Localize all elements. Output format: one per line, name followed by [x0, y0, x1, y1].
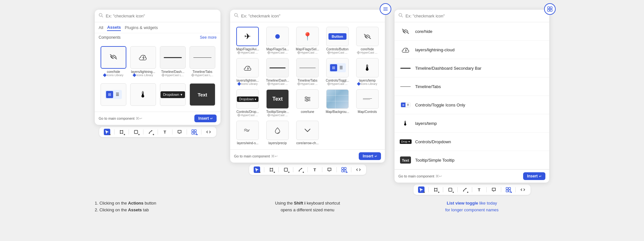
frame-tool[interactable] — [433, 186, 439, 193]
list-item-core-hide[interactable]: core/hide — [395, 22, 549, 41]
comp-controls-button[interactable]: Button Controls/Button HyperCast ... — [322, 25, 352, 56]
comp-preview: 🌡 — [356, 58, 379, 77]
code-tool[interactable] — [355, 166, 362, 173]
component-tool[interactable] — [191, 129, 197, 135]
list-item-timeline-dash[interactable]: Timeline/Dashboard Secondary Bar — [395, 59, 549, 77]
comp-name: layers/wind-s... — [234, 141, 261, 145]
tool-divider — [428, 187, 429, 192]
component-toggle[interactable]: ⊞ ☰ — [99, 81, 128, 109]
comp-layers-temp[interactable]: 🌡 layers/temp Icons Library — [352, 56, 382, 87]
component-tool[interactable] — [341, 166, 347, 173]
wind-icon — [244, 127, 251, 134]
cursor-tool[interactable] — [104, 129, 110, 135]
comp-core-hide[interactable]: core/hide HyperCast ... — [352, 25, 382, 56]
speech-tool[interactable] — [176, 129, 183, 135]
list-item-name: Timeline/Dashboard Secondary Bar — [415, 66, 481, 71]
comp-core-arrow[interactable]: core/arrow-ch... — [293, 119, 323, 147]
comp-preview: Dropdown ▾ — [236, 89, 259, 109]
comp-name: Map/Flags/Sel... — [294, 47, 321, 51]
comp-map-backgrou[interactable]: Map/Backgrou... — [322, 87, 352, 119]
list-item-layers-temp[interactable]: 🌡 layers/temp — [395, 114, 549, 133]
text-tool[interactable]: T — [476, 186, 483, 193]
comp-tooltip-simple[interactable]: Text Tooltip/Simple... HyperCast ... — [263, 87, 293, 119]
comp-timeline-tabs[interactable]: Timeline/Tabs HyperCast ... — [293, 56, 323, 87]
toolbar-1: T — [99, 127, 216, 137]
comp-map-flags-sel[interactable]: 📍 Map/Flags/Sel... HyperCast ... — [293, 25, 323, 56]
text-tool-label: T — [164, 130, 166, 135]
comp-source: HyperCast ... — [327, 82, 348, 85]
line-thin-icon — [193, 57, 211, 58]
tab-assets[interactable]: Assets — [107, 24, 121, 31]
list-item-tooltip-simple[interactable]: Text Tooltip/Simple Tooltip — [395, 151, 549, 169]
comp-map-controls[interactable]: Map/Controls — [352, 87, 382, 119]
search-input-large[interactable] — [241, 14, 381, 18]
text-tool[interactable]: T — [162, 129, 168, 135]
component-layers-lightning[interactable]: layers/lightning... Icons Library — [128, 44, 158, 79]
rect-tool[interactable] — [133, 129, 139, 135]
comp-layers-lightnin[interactable]: layers/lightnin... Icons Library — [233, 56, 263, 87]
code-tool[interactable] — [205, 129, 212, 135]
frame-tool[interactable] — [118, 129, 125, 135]
go-main-component-btn-large[interactable]: Go to main component ⌘↩ — [234, 154, 278, 158]
go-main-component-btn[interactable]: Go to main component ⌘↩ — [99, 116, 142, 121]
comp-layers-precip[interactable]: layers/precip — [263, 119, 293, 147]
desc-line-2: 2. Clicking on the Assets tab — [95, 207, 220, 214]
list-item-controls-dropdown[interactable]: Drop ▾ Controls/Dropdown — [395, 133, 549, 151]
search-input-list[interactable] — [405, 14, 545, 18]
comp-name: core/arrow-ch... — [294, 141, 321, 145]
insert-button-large[interactable]: Insert ↵ — [359, 152, 381, 160]
cursor-tool[interactable] — [418, 186, 424, 193]
search-icon — [234, 13, 239, 19]
list-view-toggle-btn[interactable] — [380, 3, 391, 15]
see-more-link[interactable]: See more — [200, 35, 217, 40]
search-input[interactable] — [106, 14, 217, 18]
component-timeline-dash[interactable]: Timeline/Dash... HyperCast L... — [158, 44, 188, 79]
tool-dropdown-dot — [259, 172, 260, 173]
code-tool[interactable] — [520, 186, 526, 193]
list-item-timeline-tabs[interactable]: Timeline/Tabs — [395, 77, 549, 96]
component-core-hide[interactable]: core/hide Icons Library — [99, 44, 128, 79]
tab-plugins[interactable]: Plugins & widgets — [125, 25, 158, 31]
component-dropdown[interactable]: Dropdown ▾ — [158, 81, 188, 109]
vector-tool[interactable] — [462, 186, 468, 193]
grid-view-toggle-btn[interactable] — [544, 3, 556, 15]
source-diamond-icon — [327, 51, 330, 54]
component-timeline-tabs[interactable]: Timeline/Tabs HyperCast L... — [188, 44, 217, 79]
comp-source: Icons Library — [103, 74, 123, 77]
vector-tool[interactable] — [297, 166, 304, 173]
comp-map-flags-sa[interactable]: Map/Flags/Sa... HyperCast ... — [263, 25, 293, 56]
insert-button-list[interactable]: Insert ↵ — [523, 172, 545, 180]
tabs-row: All Assets Plugins & widgets — [95, 22, 220, 33]
comp-core-tune[interactable]: core/tune — [293, 87, 323, 119]
comp-preview-toggle: ⊞ ☰ — [101, 83, 126, 106]
component-tool[interactable] — [505, 186, 512, 193]
go-main-component-btn-list[interactable]: Go to main component ⌘↩ — [398, 174, 442, 178]
speech-tool[interactable] — [491, 186, 497, 193]
comp-layers-wind[interactable]: layers/wind-s... — [233, 119, 263, 147]
tab-all[interactable]: All — [99, 25, 103, 31]
search-row-list — [395, 10, 549, 22]
search-row — [95, 10, 220, 22]
component-thermo[interactable]: 🌡 — [128, 81, 158, 109]
component-text-label[interactable]: Text — [188, 81, 217, 109]
speech-tool[interactable] — [326, 166, 333, 173]
comp-timeline-dash[interactable]: Timeline/Dash... HyperCast ... — [263, 56, 293, 87]
rect-tool[interactable] — [283, 166, 289, 173]
tool-dropdown-dot — [196, 134, 198, 135]
source-diamond-icon — [237, 82, 241, 85]
list-item-controls-toggle[interactable]: ⊞ ☰ Controls/Toggle Icons Only — [395, 96, 549, 114]
svg-point-49 — [463, 191, 464, 192]
list-item-layers-lightning[interactable]: layers/lightning-cloud — [395, 41, 549, 59]
insert-button[interactable]: Insert ↵ — [194, 115, 217, 122]
text-tool[interactable]: T — [312, 166, 318, 173]
text-label-preview-icon: Text — [198, 92, 207, 97]
panel-footer-list: Go to main component ⌘↩ Insert ↵ — [395, 169, 549, 183]
vector-tool[interactable] — [147, 129, 154, 135]
rect-tool[interactable] — [447, 186, 454, 193]
list-item-icon-box — [400, 25, 411, 37]
comp-controls-drop[interactable]: Dropdown ▾ Controls/Drop... HyperCast ..… — [233, 87, 263, 119]
comp-map-flags-avi[interactable]: ✈ Map/Flags/Avi... HyperCast ... — [233, 25, 263, 56]
comp-controls-toggl[interactable]: ⊞ ☰ Controls/Toggl... HyperCast ... — [322, 56, 352, 87]
cursor-tool[interactable] — [254, 166, 260, 173]
frame-tool[interactable] — [268, 166, 275, 173]
